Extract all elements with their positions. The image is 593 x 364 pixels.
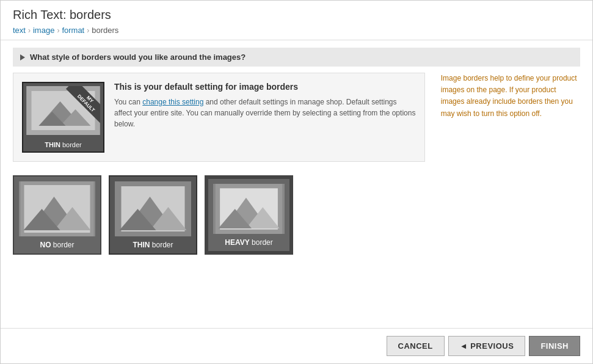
option-no-border-rest: border: [51, 241, 74, 249]
option-heavy-border-rest: border: [250, 238, 273, 247]
option-heavy-border-bold: HEAVY: [225, 238, 249, 247]
right-panel: Image borders help to define your produc…: [435, 73, 580, 321]
option-heavy-border-label: HEAVY border: [213, 234, 285, 251]
options-section: NO border: [13, 169, 425, 261]
default-card-label-bold: THIN: [45, 141, 60, 148]
content-area: MYDEFAULT THIN border This is your defau…: [13, 73, 580, 321]
question-label: What style of borders would you like aro…: [30, 53, 246, 62]
default-description: You can change this setting and other de…: [114, 96, 416, 129]
ribbon-text: MYDEFAULT: [66, 86, 100, 123]
default-section: MYDEFAULT THIN border This is your defau…: [13, 73, 425, 162]
option-thin-border-label: THIN border: [115, 236, 191, 253]
sidebar-text: Image borders help to define your produc…: [441, 73, 580, 120]
option-thin-border[interactable]: THIN border: [109, 175, 197, 255]
option-thin-border-rest: border: [150, 241, 173, 249]
default-heading: This is your default setting for image b…: [114, 82, 416, 92]
option-heavy-border-image: [213, 184, 285, 234]
mountain-no-border: [19, 181, 95, 236]
breadcrumb: text › image › format › borders: [13, 26, 580, 35]
previous-button[interactable]: ◄ PREVIOUS: [448, 336, 526, 356]
default-text: This is your default setting for image b…: [114, 82, 416, 129]
breadcrumb-sep-1: ›: [28, 26, 31, 35]
mountain-heavy-border: [213, 184, 285, 234]
breadcrumb-text[interactable]: text: [13, 26, 26, 35]
default-card-label: THIN border: [23, 138, 103, 151]
option-no-border-label: NO border: [19, 236, 95, 253]
question-bar: What style of borders would you like aro…: [13, 48, 580, 67]
option-no-border-bold: NO: [40, 241, 51, 249]
option-heavy-border[interactable]: HEAVY border: [205, 175, 293, 255]
change-setting-link[interactable]: change this setting: [142, 98, 203, 106]
option-thin-border-bold: THIN: [133, 241, 150, 249]
option-thin-border-image: [115, 181, 191, 236]
triangle-icon: [20, 54, 25, 60]
breadcrumb-image[interactable]: image: [33, 26, 54, 35]
breadcrumb-format[interactable]: format: [62, 26, 84, 35]
breadcrumb-sep-2: ›: [57, 26, 59, 35]
page-title: Rich Text: borders: [13, 8, 580, 22]
breadcrumb-sep-3: ›: [87, 26, 89, 35]
ribbon: MYDEFAULT: [57, 86, 100, 129]
option-no-border-image: [19, 181, 95, 236]
main-container: Rich Text: borders text › image › format…: [0, 0, 593, 364]
breadcrumb-borders: borders: [92, 26, 118, 35]
main-content: What style of borders would you like aro…: [1, 40, 592, 328]
default-card: MYDEFAULT THIN border: [22, 82, 104, 153]
default-card-label-rest: border: [60, 141, 82, 148]
cancel-button[interactable]: CANCEL: [387, 336, 445, 356]
finish-button[interactable]: FINISH: [529, 336, 580, 356]
default-card-image: MYDEFAULT: [26, 86, 100, 135]
left-panel: MYDEFAULT THIN border This is your defau…: [13, 73, 425, 321]
footer: CANCEL ◄ PREVIOUS FINISH: [1, 328, 592, 363]
header: Rich Text: borders text › image › format…: [1, 1, 592, 40]
mountain-thin-border: [115, 181, 191, 236]
option-no-border[interactable]: NO border: [13, 175, 101, 255]
